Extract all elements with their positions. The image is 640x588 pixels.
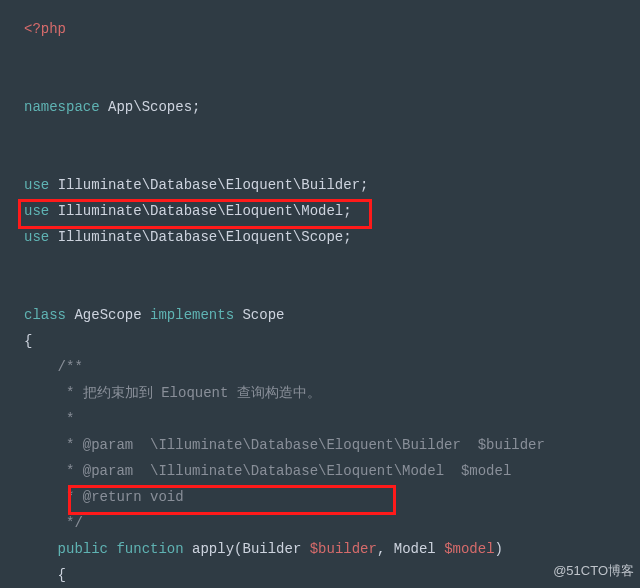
php-open-tag: <?php (24, 21, 66, 37)
brace: { (24, 333, 32, 349)
kw-class: class (24, 307, 66, 323)
code-block: <?php namespace App\Scopes; use Illumina… (0, 0, 640, 588)
kw-use: use (24, 177, 49, 193)
watermark-text: @51CTO博客 (553, 558, 634, 584)
kw-function: function (116, 541, 183, 557)
var-builder: $builder (310, 541, 377, 557)
comma: , (377, 541, 385, 557)
use-builder: Illuminate\Database\Eloquent\Builder; (58, 177, 369, 193)
var-model: $model (444, 541, 494, 557)
comment-line: * 把约束加到 Eloquent 查询构造中。 (58, 385, 321, 401)
kw-public: public (58, 541, 108, 557)
brace: { (58, 567, 66, 583)
type-model: Model (394, 541, 436, 557)
comment-line: * (58, 411, 75, 427)
implements-name: Scope (242, 307, 284, 323)
use-model: Illuminate\Database\Eloquent\Model; (58, 203, 352, 219)
type-builder: Builder (242, 541, 301, 557)
kw-namespace: namespace (24, 99, 100, 115)
use-scope: Illuminate\Database\Eloquent\Scope; (58, 229, 352, 245)
comment-line: * @return void (58, 489, 184, 505)
kw-use: use (24, 203, 49, 219)
func-name: apply (192, 541, 234, 557)
comment-line: * @param \Illuminate\Database\Eloquent\B… (58, 437, 545, 453)
class-name: AgeScope (74, 307, 141, 323)
namespace-name: App\Scopes; (108, 99, 200, 115)
kw-implements: implements (150, 307, 234, 323)
paren: ) (495, 541, 503, 557)
comment-line: /** (58, 359, 83, 375)
comment-line: * @param \Illuminate\Database\Eloquent\M… (58, 463, 512, 479)
kw-use: use (24, 229, 49, 245)
comment-line: */ (58, 515, 83, 531)
